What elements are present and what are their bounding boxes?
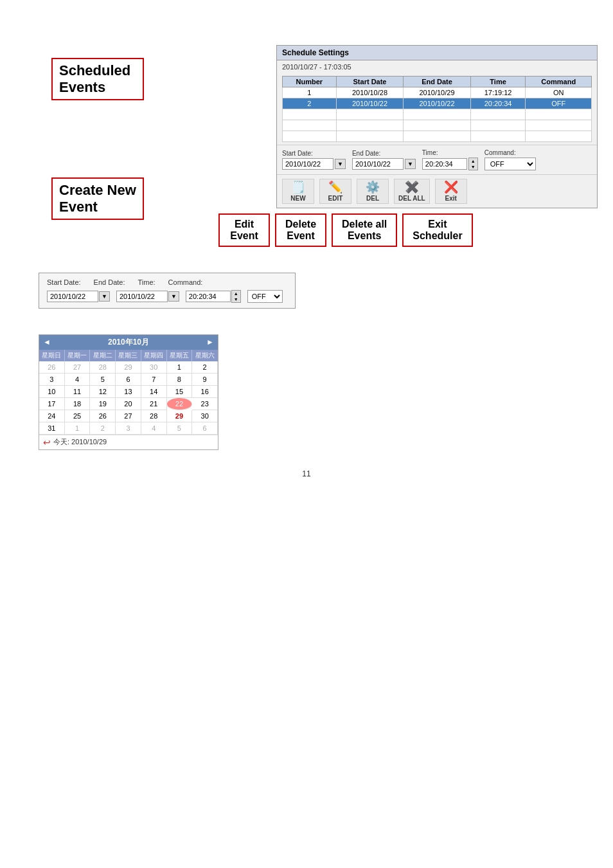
calendar-cell[interactable]: 2: [90, 422, 116, 435]
form2-start-date-input-wrap: ▼: [47, 291, 110, 302]
section3-calendar: ◄ 2010年10月 ► 星期日 星期一 星期二 星期三 星期四 星期五 星期六…: [39, 334, 218, 450]
calendar-cell[interactable]: 6: [192, 422, 218, 435]
calendar-cell[interactable]: 30: [141, 361, 167, 374]
row2-number: 2: [283, 98, 337, 109]
form2-start-date-dropdown[interactable]: ▼: [99, 291, 110, 302]
calendar-cell[interactable]: 25: [65, 410, 91, 422]
weekday-4: 星期四: [141, 350, 167, 361]
edit-icon: ✏️: [328, 181, 342, 195]
calendar-cell[interactable]: 28: [90, 361, 116, 374]
end-date-input-row: ▼: [352, 158, 416, 170]
start-date-input-row: ▼: [282, 158, 346, 170]
calendar-cell[interactable]: 7: [141, 374, 167, 386]
calendar-cell[interactable]: 9: [192, 374, 218, 386]
calendar-cell[interactable]: 29: [116, 361, 141, 374]
calendar-cell[interactable]: 17: [39, 398, 65, 410]
calendar-today-label: 今天: 2010/10/29: [53, 437, 107, 447]
time-spinner-up[interactable]: ▲: [469, 158, 477, 164]
form2-end-date-input[interactable]: [116, 291, 168, 302]
calendar-cell[interactable]: 26: [90, 410, 116, 422]
time-spinner-down[interactable]: ▼: [469, 164, 477, 170]
calendar-cell[interactable]: 10: [39, 386, 65, 398]
calendar-cell[interactable]: 5: [167, 422, 193, 435]
calendar-cell[interactable]: 4: [65, 374, 91, 386]
time-input-row: ▲ ▼: [422, 158, 478, 170]
start-date-label: Start Date:: [282, 150, 346, 157]
end-date-dropdown[interactable]: ▼: [405, 159, 416, 169]
del-button[interactable]: ⚙️ DEL: [357, 179, 389, 204]
standalone-form-panel: Start Date: End Date: Time: Command: ▼: [39, 273, 296, 309]
calendar-cell[interactable]: 28: [141, 410, 167, 422]
row2-time: 20:20:34: [470, 98, 526, 109]
calendar-cell[interactable]: 12: [90, 386, 116, 398]
form2-time-input[interactable]: [186, 291, 231, 302]
form2-end-date-group: End Date:: [94, 278, 125, 286]
calendar-cell[interactable]: 4: [141, 422, 167, 435]
table-row-empty: [283, 120, 592, 131]
row1-time: 17:19:12: [470, 87, 526, 98]
table-row[interactable]: 1 2010/10/28 2010/10/29 17:19:12 ON: [283, 87, 592, 98]
table-row[interactable]: 2 2010/10/22 2010/10/22 20:20:34 OFF: [283, 98, 592, 109]
delete-event-label: Delete Event: [275, 213, 326, 247]
col-end-date: End Date: [404, 77, 470, 87]
calendar-cell[interactable]: 26: [39, 361, 65, 374]
calendar-cell[interactable]: 23: [192, 398, 218, 410]
row1-number: 1: [283, 87, 337, 98]
calendar-cell[interactable]: 13: [116, 386, 141, 398]
calendar-cell[interactable]: 30: [192, 410, 218, 422]
calendar-cell[interactable]: 27: [65, 361, 91, 374]
calendar-cell[interactable]: 15: [167, 386, 193, 398]
calendar-cell[interactable]: 21: [141, 398, 167, 410]
form2-end-date-label: End Date:: [94, 278, 125, 286]
calendar-cell[interactable]: 22: [167, 398, 193, 410]
command-select[interactable]: OFF ON: [484, 158, 536, 170]
calendar-cell[interactable]: 18: [65, 398, 91, 410]
calendar-cell[interactable]: 20: [116, 398, 141, 410]
calendar-prev-button[interactable]: ◄: [43, 338, 51, 347]
time-input[interactable]: [422, 158, 467, 170]
calendar-weekdays: 星期日 星期一 星期二 星期三 星期四 星期五 星期六: [39, 350, 218, 361]
exit-button[interactable]: ❌ Exit: [435, 179, 467, 204]
edit-label: EDIT: [328, 195, 343, 202]
table-row-empty: [283, 131, 592, 142]
calendar-cell[interactable]: 3: [116, 422, 141, 435]
calendar-cell[interactable]: 5: [90, 374, 116, 386]
schedule-dialog: Schedule Settings 2010/10/27 - 17:03:05 …: [180, 45, 495, 208]
edit-event-label: Edit Event: [218, 213, 270, 247]
form2-time-up[interactable]: ▲: [232, 291, 240, 296]
col-number: Number: [283, 77, 337, 87]
calendar-cell[interactable]: 16: [192, 386, 218, 398]
calendar-cell[interactable]: 1: [167, 361, 193, 374]
new-button[interactable]: 🗒️ NEW: [282, 179, 314, 204]
calendar-cell[interactable]: 6: [116, 374, 141, 386]
scheduled-events-label: Scheduled Events: [51, 58, 144, 100]
form2-command-select[interactable]: OFF ON: [247, 290, 283, 303]
calendar-cell[interactable]: 2: [192, 361, 218, 374]
calendar-cell[interactable]: 24: [39, 410, 65, 422]
calendar-cell[interactable]: 31: [39, 422, 65, 435]
edit-button[interactable]: ✏️ EDIT: [319, 179, 351, 204]
form2-time-down[interactable]: ▼: [232, 296, 240, 302]
calendar-cell[interactable]: 1: [65, 422, 91, 435]
calendar-cell[interactable]: 8: [167, 374, 193, 386]
calendar-cell[interactable]: 27: [116, 410, 141, 422]
command-field: Command: OFF ON: [484, 149, 536, 170]
start-date-dropdown[interactable]: ▼: [335, 159, 346, 169]
weekday-1: 星期一: [65, 350, 91, 361]
col-command: Command: [526, 77, 592, 87]
dialog-datetime: 2010/10/27 - 17:03:05: [277, 60, 597, 73]
calendar-cell[interactable]: 19: [90, 398, 116, 410]
bottom-labels: Edit Event Delete Event Delete all Event…: [218, 213, 578, 247]
calendar-cell[interactable]: 11: [65, 386, 91, 398]
calendar-cell[interactable]: 14: [141, 386, 167, 398]
form2-end-date-dropdown[interactable]: ▼: [168, 291, 179, 302]
form2-inputs-row: ▼ ▼ ▲ ▼ OFF ON: [47, 290, 287, 303]
calendar-cell[interactable]: 3: [39, 374, 65, 386]
calendar-next-button[interactable]: ►: [206, 338, 214, 347]
start-date-input[interactable]: [282, 158, 333, 170]
today-icon: ↩: [43, 437, 51, 448]
calendar-cell[interactable]: 29: [167, 410, 193, 422]
end-date-input[interactable]: [352, 158, 404, 170]
form2-start-date-input[interactable]: [47, 291, 98, 302]
del-all-button[interactable]: ✖️ DEL ALL: [394, 179, 430, 204]
